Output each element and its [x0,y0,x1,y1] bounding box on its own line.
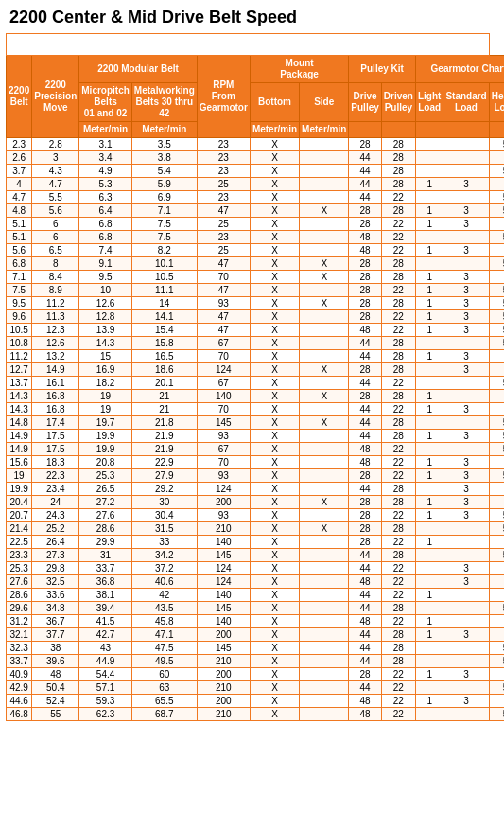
table-cell [415,191,443,204]
table-cell: 3.5 [131,138,197,151]
table-cell: 33.7 [79,562,132,575]
table-cell: 68.7 [131,708,197,721]
table-cell [300,191,349,204]
table-cell [300,178,349,191]
table-cell: 40.6 [131,575,197,589]
table-cell: 44 [349,178,381,191]
col-header-gearmotor: Gearmotor Chart [415,56,504,83]
table-cell: 1 [415,350,443,363]
table-cell: 13.7 [7,377,32,390]
table-cell: 6.5 [32,244,79,257]
table-cell [300,469,349,483]
table-cell: 44 [349,549,381,562]
table-cell: 1 [415,695,443,708]
table-cell [489,628,504,642]
table-cell: 29.8 [32,562,79,575]
table-cell: 57.1 [79,681,132,695]
table-cell: X [250,443,299,456]
table-cell: 1 [415,218,443,231]
table-cell: 22 [381,191,415,204]
table-cell [415,549,443,562]
table-cell: 47 [197,284,250,297]
table-cell: 11.2 [32,297,79,310]
table-cell: 3 [443,204,489,218]
table-cell: 28 [381,390,415,403]
table-cell: 200 [197,668,250,681]
table-cell: 210 [197,681,250,695]
table-cell: 14.8 [7,416,32,430]
table-cell: 8.9 [32,284,79,297]
table-cell: 7.5 [7,284,32,297]
table-cell: 21.8 [131,416,197,430]
table-cell: 44 [349,681,381,695]
table-cell: 1 [415,430,443,443]
table-cell: 6.8 [79,218,132,231]
table-cell: 15 [79,350,132,363]
table-cell [300,324,349,337]
table-cell: 27.2 [79,496,132,509]
table-cell: 28 [349,668,381,681]
table-cell: 5.6 [7,244,32,257]
table-cell: 41.5 [79,615,132,628]
table-cell: 3 [443,350,489,363]
table-cell [415,575,443,589]
table-cell: 3 [443,668,489,681]
table-cell: X [250,456,299,469]
table-cell [489,218,504,231]
table-cell: 24 [32,496,79,509]
table-cell: 3 [443,271,489,284]
table-cell: X [250,165,299,178]
table-cell: 22 [381,310,415,324]
section-header: Fixed Speed [7,34,490,56]
table-cell: 7.1 [7,271,32,284]
table-cell: 140 [197,589,250,602]
col-header-precision: 2200PrecisionMove [32,56,79,138]
table-cell: 22 [381,443,415,456]
table-cell: 47.1 [131,628,197,642]
table-cell: 11.2 [7,350,32,363]
table-cell: 42.9 [7,681,32,695]
table-cell: 48 [32,668,79,681]
table-cell: 3 [443,575,489,589]
table-cell: 22 [381,324,415,337]
table-cell: 3 [443,218,489,231]
table-cell [415,165,443,178]
table-cell: 44 [349,151,381,165]
table-cell [489,575,504,589]
table-cell: X [250,138,299,151]
table-cell: 3 [443,324,489,337]
table-cell: X [250,575,299,589]
table-cell: 16.8 [32,403,79,416]
table-cell [300,615,349,628]
table-cell [443,231,489,244]
table-cell: X [300,204,349,218]
table-cell: 25.3 [7,562,32,575]
table-cell: 38.1 [79,589,132,602]
table-cell: 1 [415,178,443,191]
table-cell: X [250,218,299,231]
table-cell: 93 [197,297,250,310]
table-cell: 22 [381,575,415,589]
table-cell [415,231,443,244]
table-cell [415,443,443,456]
table-cell: X [250,615,299,628]
table-cell: 28 [349,390,381,403]
table-cell: 70 [197,271,250,284]
table-cell: 22 [381,244,415,257]
table-cell: 6 [32,231,79,244]
col-header-belt: 2200Belt [7,56,32,138]
table-cell: 48 [349,456,381,469]
table-cell [415,416,443,430]
col-subheader-bottom [381,122,415,138]
table-cell: 5 [489,509,504,522]
table-cell: 29.9 [79,536,132,549]
table-cell: 14.9 [7,443,32,456]
table-cell: 1 [415,310,443,324]
table-cell: 1 [415,496,443,509]
table-cell: 54.4 [79,668,132,681]
table-cell: 5 [489,204,504,218]
table-cell: 19 [7,469,32,483]
table-cell: 124 [197,575,250,589]
table-cell [415,708,443,721]
table-cell: 12.8 [79,310,132,324]
